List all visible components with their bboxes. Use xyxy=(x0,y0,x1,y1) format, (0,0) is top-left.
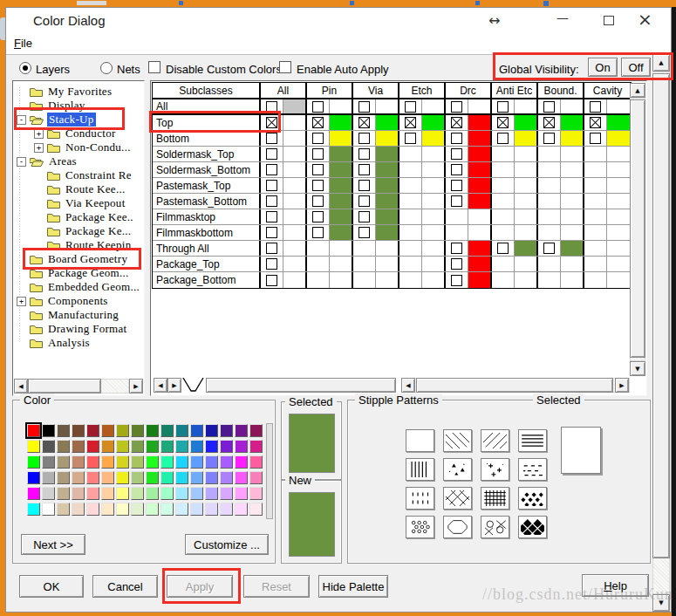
checkbox-cell[interactable] xyxy=(538,241,561,256)
checkbox-cell[interactable] xyxy=(446,194,468,209)
checkbox-cell[interactable] xyxy=(307,162,330,177)
stipple-pattern-xo[interactable] xyxy=(481,516,509,538)
visibility-checkbox[interactable] xyxy=(497,243,509,254)
palette-swatch[interactable] xyxy=(146,503,159,516)
palette-swatch[interactable] xyxy=(146,440,159,453)
checkbox-cell[interactable] xyxy=(446,272,468,288)
checkbox-cell[interactable] xyxy=(584,115,607,130)
visibility-checkbox[interactable] xyxy=(451,258,462,270)
checkbox-cell[interactable] xyxy=(492,115,515,130)
palette-swatch[interactable] xyxy=(27,503,40,516)
palette-swatch[interactable] xyxy=(175,471,188,484)
checkbox-cell[interactable] xyxy=(399,115,422,130)
visibility-checkbox[interactable] xyxy=(266,164,277,175)
next-button[interactable]: Next >> xyxy=(21,534,85,555)
checkbox-cell[interactable] xyxy=(584,99,607,113)
palette-swatch[interactable] xyxy=(57,503,70,516)
palette-swatch[interactable] xyxy=(42,503,55,516)
visibility-checkbox[interactable] xyxy=(358,211,370,222)
color-swatch-cell[interactable] xyxy=(515,194,538,209)
color-swatch-cell[interactable] xyxy=(422,147,446,161)
palette-swatch[interactable] xyxy=(235,487,248,500)
palette-swatch[interactable] xyxy=(57,424,70,437)
palette-swatch[interactable] xyxy=(205,471,218,484)
table-name-scroll-right-icon[interactable]: ▶ xyxy=(167,378,181,393)
visibility-checkbox[interactable] xyxy=(590,133,601,144)
hide-palette-button[interactable]: Hide Palette xyxy=(318,575,388,598)
visibility-checkbox[interactable] xyxy=(451,101,462,113)
visibility-checkbox[interactable] xyxy=(497,133,509,144)
color-swatch-cell[interactable] xyxy=(561,99,584,113)
tree-item-conductor[interactable]: +Conductor xyxy=(13,127,144,140)
checkbox-cell[interactable] xyxy=(261,131,283,146)
color-swatch-cell[interactable] xyxy=(607,272,631,288)
palette-swatch[interactable] xyxy=(42,440,55,453)
expand-icon[interactable]: + xyxy=(34,143,44,153)
palette-swatch[interactable] xyxy=(249,487,263,500)
color-swatch-cell[interactable] xyxy=(376,257,399,271)
checkbox-cell[interactable] xyxy=(261,209,283,224)
color-swatch-cell[interactable] xyxy=(561,162,584,177)
color-swatch-cell[interactable] xyxy=(561,147,584,161)
color-swatch-cell[interactable] xyxy=(330,225,353,240)
palette-swatch[interactable] xyxy=(220,424,233,437)
color-swatch-cell[interactable] xyxy=(376,162,399,177)
dialog-scroll-down-icon[interactable]: ▼ xyxy=(652,594,670,612)
palette-swatch[interactable] xyxy=(57,487,70,500)
color-swatch-cell[interactable] xyxy=(468,178,492,193)
visibility-checkbox[interactable] xyxy=(266,195,277,207)
palette-swatch[interactable] xyxy=(220,455,233,469)
stipple-pattern-circles[interactable] xyxy=(406,516,434,538)
nets-radio[interactable] xyxy=(100,62,113,74)
color-swatch-cell[interactable] xyxy=(330,194,353,209)
palette-swatch[interactable] xyxy=(175,424,188,437)
color-swatch-cell[interactable] xyxy=(283,241,307,256)
color-swatch-cell[interactable] xyxy=(330,241,353,256)
visibility-checkbox[interactable] xyxy=(266,227,277,238)
apply-button[interactable]: Apply xyxy=(167,575,233,598)
checkbox-cell[interactable] xyxy=(307,99,330,113)
visibility-checkbox[interactable] xyxy=(312,164,324,175)
palette-swatch[interactable] xyxy=(72,455,85,469)
palette-swatch[interactable] xyxy=(86,503,99,516)
disable-custom-colors-checkbox[interactable] xyxy=(148,61,160,73)
palette-swatch[interactable] xyxy=(131,455,144,469)
checkbox-cell[interactable] xyxy=(353,194,376,209)
column-header-anti-etc[interactable]: Anti Etc xyxy=(492,83,538,98)
stipple-pattern-triangles[interactable] xyxy=(443,458,472,481)
color-swatch-cell[interactable] xyxy=(283,162,307,177)
checkbox-cell[interactable] xyxy=(353,115,376,130)
color-swatch-cell[interactable] xyxy=(607,99,631,113)
help-button[interactable]: Help xyxy=(582,574,649,597)
color-swatch-cell[interactable] xyxy=(283,209,307,224)
palette-swatch[interactable] xyxy=(235,471,248,484)
checkbox-cell[interactable] xyxy=(261,178,283,193)
checkbox-cell[interactable] xyxy=(446,178,468,193)
checkbox-cell[interactable] xyxy=(446,115,468,130)
table-name-scroll-left-icon[interactable]: ◀ xyxy=(154,378,167,393)
color-swatch-cell[interactable] xyxy=(330,209,353,224)
color-swatch-cell[interactable] xyxy=(376,225,399,240)
palette-swatch[interactable] xyxy=(205,424,218,437)
visibility-checkbox[interactable] xyxy=(543,243,555,254)
color-swatch-cell[interactable] xyxy=(515,131,538,146)
color-swatch-cell[interactable] xyxy=(422,209,446,224)
stipple-pattern-hlines[interactable] xyxy=(518,429,547,452)
stipple-pattern-ticks[interactable] xyxy=(406,487,434,510)
palette-swatch[interactable] xyxy=(205,455,218,469)
palette-swatch[interactable] xyxy=(57,455,70,469)
palette-swatch[interactable] xyxy=(160,503,174,516)
color-swatch-cell[interactable] xyxy=(515,147,538,161)
color-swatch-cell[interactable] xyxy=(561,131,584,146)
color-swatch-cell[interactable] xyxy=(376,115,399,130)
tree-item-my-favorites[interactable]: My Favorites xyxy=(13,85,144,99)
visibility-checkbox[interactable] xyxy=(358,180,370,191)
checkbox-cell[interactable] xyxy=(307,194,330,209)
color-swatch-cell[interactable] xyxy=(561,115,584,130)
palette-swatch[interactable] xyxy=(101,424,114,437)
color-swatch-cell[interactable] xyxy=(330,178,353,193)
color-swatch-cell[interactable] xyxy=(607,147,631,161)
visibility-checkbox[interactable] xyxy=(266,117,277,128)
tree-item-display[interactable]: Display xyxy=(13,99,144,113)
checkbox-cell[interactable] xyxy=(261,272,283,288)
